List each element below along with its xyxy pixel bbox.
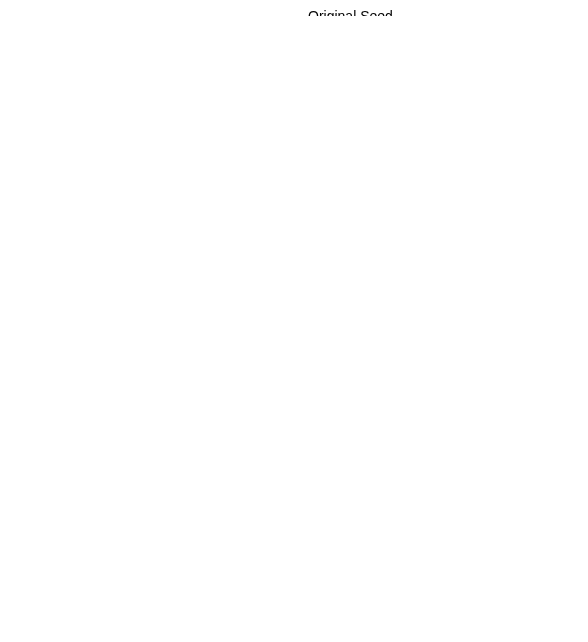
label-original-seed: Original Seed: [308, 8, 393, 16]
